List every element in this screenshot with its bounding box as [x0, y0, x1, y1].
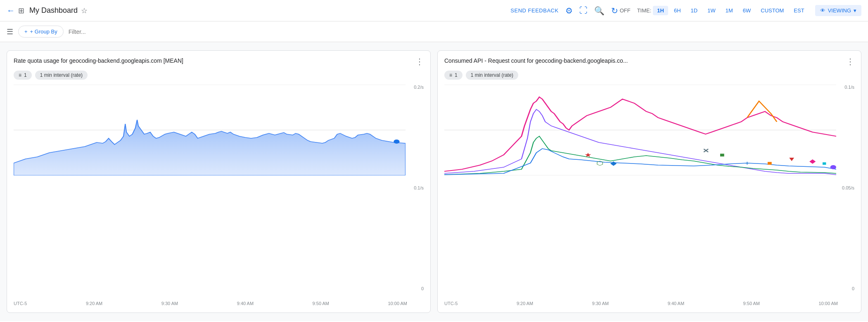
x-label-5: 10:00 AM: [388, 301, 407, 306]
refresh-label: OFF: [620, 7, 631, 14]
svg-text:◆: ◆: [610, 160, 617, 166]
chart2-interval-chip[interactable]: 1 min interval (rate): [466, 71, 518, 80]
filter-input[interactable]: [69, 28, 861, 35]
plus-icon: +: [24, 28, 28, 35]
settings-icon[interactable]: ⚙: [565, 6, 573, 16]
svg-text:■: ■: [822, 161, 826, 166]
svg-text:⬡: ⬡: [596, 160, 603, 166]
time-6w-button[interactable]: 6W: [739, 6, 755, 15]
chart1-header: Rate quota usage for geocoding-backend.g…: [14, 57, 424, 66]
timezone-button[interactable]: EST: [790, 6, 808, 15]
chart2-chips: ≡ 1 1 min interval (rate): [444, 71, 854, 80]
header: ← ⊞ My Dashboard ☆ SEND FEEDBACK ⚙ ⛶ 🔍 ↻…: [0, 0, 868, 21]
x2-label-4: 9:50 AM: [743, 301, 760, 306]
x-label-4: 9:50 AM: [313, 301, 329, 306]
chart2-more-button[interactable]: ⋮: [846, 57, 854, 66]
x2-label-3: 9:40 AM: [668, 301, 684, 306]
group-by-label: + Group By: [30, 28, 57, 35]
group-by-button[interactable]: + + Group By: [18, 26, 64, 38]
time-1h-button[interactable]: 1H: [653, 6, 668, 15]
chip1-label: 1: [24, 72, 27, 78]
send-feedback-button[interactable]: SEND FEEDBACK: [510, 7, 558, 14]
dashboard-title: My Dashboard: [29, 6, 78, 15]
star-icon[interactable]: ☆: [81, 6, 88, 15]
chart1-title: Rate quota usage for geocoding-backend.g…: [14, 57, 183, 64]
chart2-y-mid: 0.05/s: [842, 185, 854, 190]
chart2-header: Consumed API - Request count for geocodi…: [444, 57, 854, 66]
chart1-y-bottom: 0: [421, 286, 424, 291]
dropdown-icon: ▾: [854, 7, 856, 14]
refresh-section[interactable]: ↻ OFF: [611, 6, 631, 16]
header-left: ← ⊞ My Dashboard ☆: [7, 6, 507, 15]
chart1-filter-chip[interactable]: ≡ 1: [14, 71, 32, 80]
grid-icon: ⊞: [18, 6, 24, 15]
x-label-3: 9:40 AM: [237, 301, 254, 306]
x2-label-5: 10:00 AM: [818, 301, 837, 306]
chart2-x-labels: UTC-5 9:20 AM 9:30 AM 9:40 AM 9:50 AM 10…: [444, 301, 838, 306]
chip3-label: 1: [455, 72, 458, 78]
back-button[interactable]: ←: [7, 6, 15, 15]
svg-text:▼: ▼: [787, 156, 796, 162]
chart2-y-bottom: 0: [852, 286, 854, 291]
fullscreen-icon[interactable]: ⛶: [579, 6, 588, 15]
x2-label-1: 9:20 AM: [517, 301, 533, 306]
chart1-svg: [14, 85, 406, 175]
chart1-y-mid: 0.1/s: [414, 185, 424, 190]
time-1w-button[interactable]: 1W: [703, 6, 720, 15]
x-label-0: UTC-5: [14, 301, 27, 306]
eye-icon: 👁: [820, 7, 825, 14]
x2-label-2: 9:30 AM: [592, 301, 609, 306]
x-label-1: 9:20 AM: [86, 301, 102, 306]
chart2-title: Consumed API - Request count for geocodi…: [444, 57, 628, 64]
svg-text:★: ★: [584, 152, 591, 158]
hamburger-icon[interactable]: ☰: [7, 27, 13, 36]
filter-icon: ≡: [19, 72, 21, 78]
time-6h-button[interactable]: 6H: [670, 6, 685, 15]
chart1-chips: ≡ 1 1 min interval (rate): [14, 71, 424, 80]
chart1-x-labels: UTC-5 9:20 AM 9:30 AM 9:40 AM 9:50 AM 10…: [14, 301, 407, 306]
chip4-label: 1 min interval (rate): [471, 72, 513, 78]
time-label: TIME:: [637, 7, 652, 14]
chart-card-1: Rate quota usage for geocoding-backend.g…: [7, 50, 431, 313]
chart1-interval-chip[interactable]: 1 min interval (rate): [35, 71, 88, 80]
header-center: SEND FEEDBACK ⚙ ⛶ 🔍 ↻ OFF TIME: 1H 6H 1D…: [510, 5, 861, 16]
chart2-area: 0.1/s 0.05/s 0: [444, 85, 854, 306]
svg-text:◆: ◆: [809, 158, 816, 164]
time-custom-button[interactable]: CUSTOM: [757, 6, 788, 15]
viewing-label: VIEWING: [828, 7, 851, 14]
svg-text:+: +: [745, 160, 749, 166]
chart2-filter-chip[interactable]: ≡ 1: [444, 71, 462, 80]
chart1-more-button[interactable]: ⋮: [415, 57, 424, 66]
time-1d-button[interactable]: 1D: [687, 6, 702, 15]
svg-marker-3: [14, 120, 406, 175]
chart1-end-dot: [394, 140, 399, 144]
chip2-label: 1 min interval (rate): [40, 72, 83, 78]
refresh-icon: ↻: [611, 6, 618, 16]
chart1-area: 0.2/s 0.1/s 0: [14, 85, 424, 306]
svg-text:■: ■: [767, 160, 772, 166]
main-content: Rate quota usage for geocoding-backend.g…: [0, 42, 868, 321]
chart2-svg: ★ ⬡ ◆ ✕ ■ + ■ ▼: [444, 85, 836, 175]
x2-label-0: UTC-5: [444, 301, 458, 306]
svg-text:■: ■: [720, 152, 725, 158]
time-section: TIME: 1H 6H 1D 1W 1M 6W CUSTOM EST: [637, 6, 809, 15]
x-label-2: 9:30 AM: [161, 301, 178, 306]
search-icon[interactable]: 🔍: [594, 6, 605, 16]
toolbar: ☰ + + Group By: [0, 21, 868, 42]
viewing-button[interactable]: 👁 VIEWING ▾: [815, 5, 861, 16]
svg-point-17: [830, 165, 836, 169]
chart2-y-top: 0.1/s: [844, 85, 854, 90]
chart-card-2: Consumed API - Request count for geocodi…: [437, 50, 861, 313]
filter-icon-2: ≡: [449, 72, 452, 78]
header-icons: ⚙ ⛶ 🔍: [565, 6, 605, 16]
svg-text:✕: ✕: [702, 147, 709, 154]
time-1m-button[interactable]: 1M: [721, 6, 737, 15]
chart1-y-top: 0.2/s: [414, 85, 424, 90]
